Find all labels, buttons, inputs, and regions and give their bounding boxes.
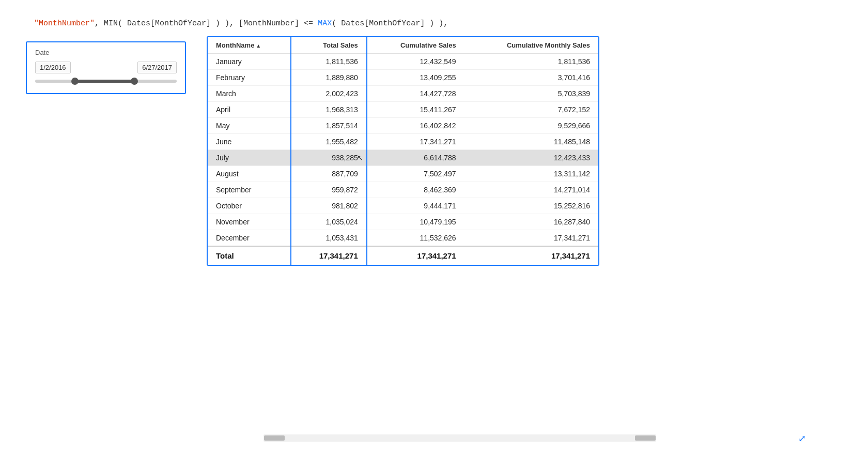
cell-cumulative-monthly-sales: 12,423,433 bbox=[464, 150, 598, 166]
cell-cumulative-sales: 9,444,171 bbox=[367, 198, 464, 214]
cell-total-sales: 1,857,514 bbox=[291, 118, 366, 134]
date-filter-values: 1/2/2016 6/27/2017 bbox=[35, 62, 177, 73]
cell-cumulative-monthly-sales: 14,271,014 bbox=[464, 182, 598, 198]
cell-total-sales: 981,802 bbox=[291, 198, 366, 214]
cell-month-name: February bbox=[208, 70, 291, 86]
cell-total-sales: 887,709 bbox=[291, 166, 366, 182]
table-row[interactable]: July938,285↖6,614,78812,423,433 bbox=[208, 150, 598, 166]
footer-cumulative-monthly-sales: 17,341,271 bbox=[464, 246, 598, 265]
table-row[interactable]: June1,955,48217,341,27111,485,148 bbox=[208, 134, 598, 150]
table-row[interactable]: November1,035,02410,479,19516,287,840 bbox=[208, 214, 598, 230]
main-content: Date 1/2/2016 6/27/2017 MonthName Total … bbox=[0, 36, 868, 266]
slider-thumb-left[interactable] bbox=[71, 78, 79, 85]
date-end-value[interactable]: 6/27/2017 bbox=[137, 62, 177, 73]
table-row[interactable]: February1,889,88013,409,2553,701,416 bbox=[208, 70, 598, 86]
table-row[interactable]: October981,8029,444,17115,252,816 bbox=[208, 198, 598, 214]
cell-cumulative-sales: 14,427,728 bbox=[367, 86, 464, 102]
cell-cumulative-sales: 17,341,271 bbox=[367, 134, 464, 150]
table-row[interactable]: May1,857,51416,402,8429,529,666 bbox=[208, 118, 598, 134]
cell-month-name: September bbox=[208, 182, 291, 198]
cell-cumulative-sales: 8,462,369 bbox=[367, 182, 464, 198]
cell-cumulative-monthly-sales: 13,311,142 bbox=[464, 166, 598, 182]
table-row[interactable]: April1,968,31315,411,2677,672,152 bbox=[208, 102, 598, 118]
date-slider-track[interactable] bbox=[35, 80, 177, 83]
table-footer-row: Total 17,341,271 17,341,271 17,341,271 bbox=[208, 246, 598, 265]
cell-month-name: December bbox=[208, 230, 291, 247]
cell-month-name: April bbox=[208, 102, 291, 118]
cell-total-sales: 1,955,482 bbox=[291, 134, 366, 150]
cell-cumulative-monthly-sales: 16,287,840 bbox=[464, 214, 598, 230]
scrollbar-thumb-right[interactable] bbox=[635, 435, 656, 441]
cell-total-sales: 1,053,431 bbox=[291, 230, 366, 247]
scrollbar-thumb-left[interactable] bbox=[264, 435, 285, 441]
col-header-total-sales[interactable]: Total Sales bbox=[291, 37, 366, 54]
code-text-2: ( Dates[MonthOfYear] ) ), bbox=[332, 19, 448, 28]
cell-month-name: October bbox=[208, 198, 291, 214]
cell-cumulative-sales: 10,479,195 bbox=[367, 214, 464, 230]
cell-cumulative-sales: 16,402,842 bbox=[367, 118, 464, 134]
cell-total-sales: 1,968,313 bbox=[291, 102, 366, 118]
cell-month-name: August bbox=[208, 166, 291, 182]
cell-cumulative-monthly-sales: 3,701,416 bbox=[464, 70, 598, 86]
cell-total-sales: 938,285↖ bbox=[291, 150, 366, 166]
footer-label: Total bbox=[208, 246, 291, 265]
cell-month-name: July bbox=[208, 150, 291, 166]
data-table-wrapper: MonthName Total Sales Cumulative Sales C… bbox=[207, 36, 599, 266]
cell-total-sales: 959,872 bbox=[291, 182, 366, 198]
cell-cumulative-sales: 12,432,549 bbox=[367, 54, 464, 70]
cell-month-name: January bbox=[208, 54, 291, 70]
cell-cumulative-monthly-sales: 9,529,666 bbox=[464, 118, 598, 134]
cell-cumulative-monthly-sales: 1,811,536 bbox=[464, 54, 598, 70]
code-text-1: , MIN( Dates[MonthOfYear] ) ), [MonthNum… bbox=[95, 19, 318, 28]
date-filter-label: Date bbox=[35, 49, 177, 56]
cell-total-sales: 2,002,423 bbox=[291, 86, 366, 102]
table-header-row: MonthName Total Sales Cumulative Sales C… bbox=[208, 37, 598, 54]
scrollbar-area[interactable] bbox=[264, 434, 656, 442]
cell-total-sales: 1,811,536 bbox=[291, 54, 366, 70]
cell-month-name: June bbox=[208, 134, 291, 150]
expand-icon[interactable]: ⤢ bbox=[798, 433, 806, 444]
table-row[interactable]: August887,7097,502,49713,311,142 bbox=[208, 166, 598, 182]
cell-cumulative-monthly-sales: 11,485,148 bbox=[464, 134, 598, 150]
cell-month-name: November bbox=[208, 214, 291, 230]
cell-cumulative-sales: 11,532,626 bbox=[367, 230, 464, 247]
col-header-cumulative-sales[interactable]: Cumulative Sales bbox=[367, 37, 464, 54]
cursor-icon: ↖ bbox=[357, 154, 363, 162]
table-body: January1,811,53612,432,5491,811,536Febru… bbox=[208, 54, 598, 247]
table-row[interactable]: December1,053,43111,532,62617,341,271 bbox=[208, 230, 598, 247]
cell-cumulative-sales: 7,502,497 bbox=[367, 166, 464, 182]
cell-cumulative-monthly-sales: 15,252,816 bbox=[464, 198, 598, 214]
slider-thumb-right[interactable] bbox=[131, 78, 138, 85]
cell-cumulative-sales: 15,411,267 bbox=[367, 102, 464, 118]
code-max: MAX bbox=[318, 19, 332, 28]
cell-month-name: May bbox=[208, 118, 291, 134]
date-filter-card[interactable]: Date 1/2/2016 6/27/2017 bbox=[26, 41, 186, 94]
cell-cumulative-sales: 13,409,255 bbox=[367, 70, 464, 86]
footer-total-sales: 17,341,271 bbox=[291, 246, 366, 265]
code-string-1: "MonthNumber" bbox=[34, 19, 95, 28]
cell-total-sales: 1,889,880 bbox=[291, 70, 366, 86]
table-row[interactable]: September959,8728,462,36914,271,014 bbox=[208, 182, 598, 198]
table-row[interactable]: March2,002,42314,427,7285,703,839 bbox=[208, 86, 598, 102]
date-start-value[interactable]: 1/2/2016 bbox=[35, 62, 71, 73]
table-row[interactable]: January1,811,53612,432,5491,811,536 bbox=[208, 54, 598, 70]
cell-cumulative-monthly-sales: 7,672,152 bbox=[464, 102, 598, 118]
cell-cumulative-sales: 6,614,788 bbox=[367, 150, 464, 166]
col-header-cumulative-monthly-sales[interactable]: Cumulative Monthly Sales bbox=[464, 37, 598, 54]
cell-total-sales: 1,035,024 bbox=[291, 214, 366, 230]
slider-fill bbox=[75, 80, 134, 83]
cell-cumulative-monthly-sales: 5,703,839 bbox=[464, 86, 598, 102]
data-table: MonthName Total Sales Cumulative Sales C… bbox=[208, 37, 598, 265]
cell-month-name: March bbox=[208, 86, 291, 102]
col-header-month-name[interactable]: MonthName bbox=[208, 37, 291, 54]
cell-cumulative-monthly-sales: 17,341,271 bbox=[464, 230, 598, 247]
footer-cumulative-sales: 17,341,271 bbox=[367, 246, 464, 265]
